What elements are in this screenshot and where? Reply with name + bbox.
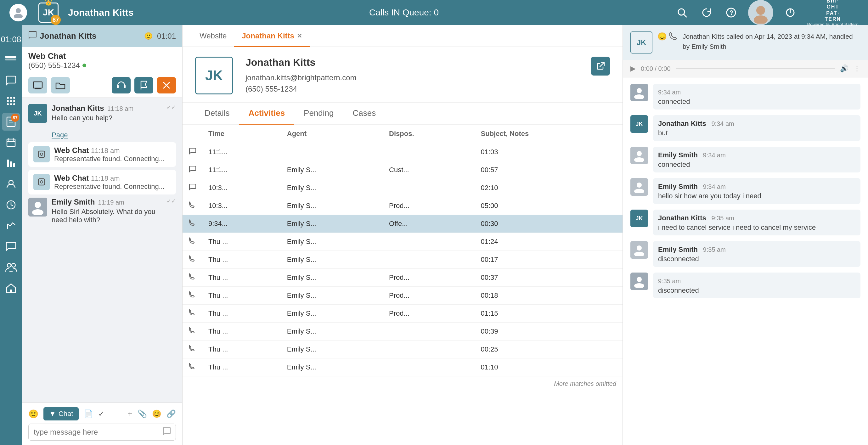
tab-close-button[interactable]: ✕ [297,32,302,40]
sidebar-item-clock[interactable] [2,196,20,214]
activity-time: 11:1... [202,161,281,179]
table-row[interactable]: 11:1... 01:03 [183,143,622,161]
table-row[interactable]: Thu ... Emily S... 01:10 [183,358,622,376]
svg-point-16 [10,100,12,102]
svg-point-37 [12,263,16,267]
svg-point-49 [40,181,43,183]
sidebar-item-calendar[interactable] [2,134,20,151]
close-chat-button[interactable] [157,77,176,93]
message-jonathan-1: JK Jonathan Kitts 11:18 am Hello can you… [28,104,176,123]
audio-more-button[interactable]: ⋮ [854,65,861,73]
crown-icon: 👑 [45,0,52,6]
chat-type-button[interactable]: ▼ Chat [43,407,79,420]
tab-website[interactable]: Website [192,25,234,47]
search-icon[interactable] [675,5,689,20]
svg-point-17 [13,100,15,102]
sidebar-item-documents[interactable]: 87 [2,113,20,131]
smiley-icon: 🙂 [144,32,153,40]
folder-button[interactable] [51,77,70,93]
sidebar-item-messages[interactable] [2,237,20,255]
refresh-icon[interactable] [699,5,714,20]
activity-subject: 00:17 [474,251,622,269]
conv-text-emily-1: connected [658,160,856,169]
activity-time: Thu ... [202,233,281,251]
chat-message-input[interactable] [34,428,159,437]
contact-link-button[interactable] [591,57,610,75]
sidebar-item-people[interactable] [2,258,20,276]
audio-progress-bar[interactable] [676,68,835,69]
power-icon[interactable] [783,5,798,20]
table-row[interactable]: Thu ... Emily S... Prod... 01:15 [183,305,622,323]
powered-by: Powered by Bright Pattern [807,22,859,27]
activity-time: Thu ... [202,323,281,341]
sidebar-item-home[interactable] [2,279,20,297]
activity-disposition [383,358,474,376]
conv-content-system-2: 9:35 am disconnected [653,273,861,298]
activities-table: Time Agent Dispos. Subject, Notes 11:1..… [183,125,622,376]
checkmark-icon[interactable]: ✓ [98,409,104,418]
svg-rect-40 [33,82,42,88]
play-button[interactable]: ▶ [630,65,636,73]
table-row[interactable]: Thu ... Emily S... 00:17 [183,251,622,269]
main-layout: 01:08 87 [0,25,868,445]
activity-subject: 02:10 [474,179,622,197]
status-indicator [9,4,27,22]
emoji-icon[interactable]: 🙂 [28,409,38,419]
activity-subject: 00:18 [474,287,622,305]
agent-photo[interactable] [748,0,773,25]
sidebar-icons: 01:08 87 [0,25,22,445]
table-row[interactable]: Thu ... Emily S... Prod... 00:18 [183,287,622,305]
document-attach-icon[interactable]: 📄 [84,409,93,418]
activity-subject: 01:15 [474,305,622,323]
conv-text-jk-2: i need to cancel service i need to cance… [658,223,856,232]
tab-contact[interactable]: Jonathan Kitts ✕ [234,25,310,47]
col-subject: Subject, Notes [474,125,622,143]
smiley-input-icon[interactable]: 😊 [152,409,161,418]
chat-header-bar: Jonathan Kitts 🙂 01:01 [22,25,182,47]
table-row[interactable]: 10:3... Emily S... Prod... 05:00 [183,197,622,215]
help-icon[interactable]: ? [723,5,739,20]
sidebar-item-reports[interactable] [2,155,20,172]
activity-icon [183,358,202,376]
sidebar-item-contacts[interactable] [2,175,20,193]
headset-button[interactable] [112,77,131,93]
svg-point-1 [14,14,23,18]
table-row[interactable]: 9:34... Emily S... Offe... 00:30 [183,215,622,233]
attachment-icon[interactable]: 📎 [137,409,147,418]
volume-icon[interactable]: 🔊 [840,65,848,73]
right-panel: JK 😞 Jonathan Kitts called on Apr 14, 20… [622,25,868,445]
svg-rect-11 [5,59,17,60]
page-link[interactable]: Page [28,129,176,142]
activity-agent: Emily S... [281,269,383,287]
svg-point-6 [756,6,765,15]
sidebar-toggle[interactable] [2,51,20,68]
activity-icon [183,179,202,197]
sub-tab-pending[interactable]: Pending [294,103,343,125]
table-row[interactable]: 10:3... Emily S... 02:10 [183,179,622,197]
conv-avatar-system-1 [630,84,648,101]
table-row[interactable]: 11:1... Emily S... Cust... 00:57 [183,161,622,179]
sub-tab-cases[interactable]: Cases [343,103,385,125]
link-icon[interactable]: 🔗 [166,409,176,418]
conv-avatar-jk-2: JK [630,210,648,227]
sidebar-item-dialpad[interactable] [2,92,20,110]
msg-sender-jk: Jonathan Kitts [52,104,104,113]
table-row[interactable]: Thu ... Emily S... 01:24 [183,233,622,251]
contact-avatar: JK [195,57,233,94]
sub-tab-activities[interactable]: Activities [239,103,294,125]
activity-disposition [383,323,474,341]
activity-agent: Emily S... [281,197,383,215]
screen-pop-button[interactable] [28,77,47,93]
table-row[interactable]: Thu ... Emily S... 00:39 [183,323,622,341]
sub-tab-details[interactable]: Details [195,103,239,125]
flag-button[interactable] [134,77,153,93]
sidebar-item-charts[interactable] [2,217,20,234]
send-message-icon[interactable] [162,427,170,437]
activity-icon [183,269,202,287]
table-row[interactable]: Thu ... Emily S... 00:25 [183,341,622,358]
svg-point-51 [32,209,43,215]
add-icon[interactable]: + [127,409,132,419]
table-row[interactable]: Thu ... Emily S... Prod... 00:37 [183,269,622,287]
chat-action-row [22,73,182,98]
sidebar-item-chat[interactable] [2,71,20,89]
